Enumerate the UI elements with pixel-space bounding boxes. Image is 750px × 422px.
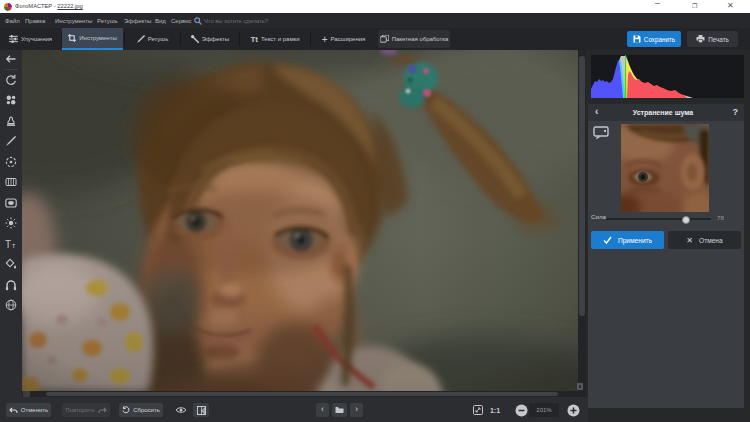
svg-text:т: т [12,242,16,249]
svg-text:T: T [5,238,11,249]
